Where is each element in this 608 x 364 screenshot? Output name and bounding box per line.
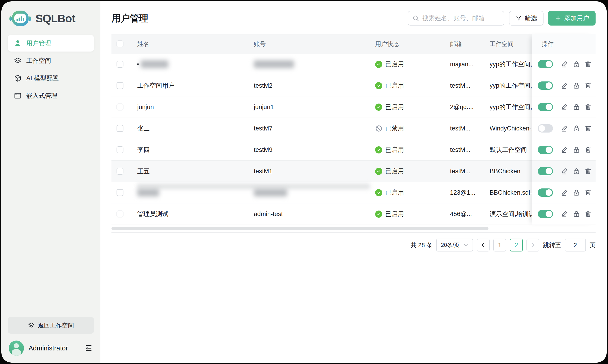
scrollbar-thumb[interactable] <box>111 227 488 230</box>
cell-name: junjun <box>137 104 154 111</box>
lock-button[interactable] <box>573 146 580 154</box>
table-row: 工作空间用户 testM2 已启用 testM... yyp的工作空间,默认工 <box>111 75 595 96</box>
row-actions <box>532 139 595 161</box>
sidebar-spacer <box>8 104 94 317</box>
row-checkbox[interactable] <box>117 104 123 110</box>
edit-button[interactable] <box>561 210 569 218</box>
prev-page-button[interactable] <box>477 239 490 251</box>
page-header: 用户管理 搜索姓名、账号、邮箱 筛选 <box>111 11 595 26</box>
column-header-name: 姓名 <box>137 40 149 48</box>
row-checkbox[interactable] <box>117 168 123 175</box>
cell-name-redacted <box>137 60 168 68</box>
collapse-sidebar-icon[interactable] <box>84 344 93 353</box>
cell-email: testM... <box>450 168 471 175</box>
search-icon <box>412 15 419 22</box>
enable-toggle[interactable] <box>538 81 553 90</box>
sidebar-item-ai-model-config[interactable]: AI 模型配置 <box>8 70 94 87</box>
cell-email: 123@1... <box>450 189 475 196</box>
users-table: 姓名 账号 用户状态 邮箱 工作空间 已启用 majian... yyp的工作空… <box>111 34 595 233</box>
delete-button[interactable] <box>584 189 592 196</box>
delete-button[interactable] <box>584 146 592 154</box>
chevron-right-icon <box>530 242 536 248</box>
edit-button[interactable] <box>561 124 569 132</box>
enable-toggle[interactable] <box>538 210 553 218</box>
status-enabled-icon <box>375 189 382 196</box>
layers-icon <box>14 57 22 65</box>
page-size-select[interactable]: 20条/页 <box>436 239 473 251</box>
row-actions <box>532 161 595 182</box>
brand-name: SQLBot <box>35 12 75 25</box>
table-row: 已启用 majian... yyp的工作空间,wei 的 <box>111 54 595 75</box>
edit-button[interactable] <box>561 103 569 111</box>
status-badge: 已启用 <box>375 81 404 90</box>
search-input[interactable]: 搜索姓名、账号、邮箱 <box>408 11 504 26</box>
app-window: SQLBot 用户管理 工作空间 <box>1 1 607 363</box>
cube-icon <box>14 74 22 82</box>
header-actions: 搜索姓名、账号、邮箱 筛选 添加用户 <box>408 11 595 26</box>
delete-button[interactable] <box>584 82 592 90</box>
status-enabled-icon <box>375 61 382 68</box>
page-button-1[interactable]: 1 <box>493 239 506 251</box>
row-actions <box>532 75 595 96</box>
sidebar-item-workspace[interactable]: 工作空间 <box>8 52 94 69</box>
edit-button[interactable] <box>561 146 569 154</box>
lock-button[interactable] <box>573 167 580 175</box>
edit-button[interactable] <box>561 82 569 90</box>
delete-button[interactable] <box>584 210 592 218</box>
user-icon <box>14 39 22 47</box>
lock-button[interactable] <box>573 124 580 132</box>
row-checkbox[interactable] <box>117 125 123 132</box>
cell-email: testM... <box>450 125 471 132</box>
enable-toggle[interactable] <box>538 188 553 197</box>
enable-toggle[interactable] <box>538 146 553 154</box>
goto-page-input[interactable]: 2 <box>565 239 586 251</box>
cell-email: majian... <box>450 61 473 68</box>
embed-icon <box>14 92 22 100</box>
filter-button[interactable]: 筛选 <box>509 11 543 26</box>
row-actions <box>532 118 595 139</box>
enable-toggle[interactable] <box>538 103 553 111</box>
add-button-label: 添加用户 <box>564 14 589 22</box>
enable-toggle[interactable] <box>538 60 553 68</box>
lock-button[interactable] <box>573 82 580 90</box>
goto-suffix: 页 <box>590 241 595 249</box>
edit-button[interactable] <box>561 167 569 175</box>
delete-button[interactable] <box>584 124 592 132</box>
next-page-button[interactable] <box>527 239 539 251</box>
sidebar-item-user-management[interactable]: 用户管理 <box>8 35 94 52</box>
enable-toggle[interactable] <box>538 167 553 175</box>
delete-button[interactable] <box>584 60 592 68</box>
row-checkbox[interactable] <box>117 82 123 89</box>
edit-button[interactable] <box>561 60 569 68</box>
page-button-2[interactable]: 2 <box>510 239 523 251</box>
sidebar-item-embedded-management[interactable]: 嵌入式管理 <box>8 87 94 104</box>
add-user-button[interactable]: 添加用户 <box>548 11 595 26</box>
back-to-workspace-button[interactable]: 返回工作空间 <box>8 317 94 334</box>
row-actions <box>532 96 595 118</box>
lock-button[interactable] <box>573 210 580 218</box>
status-enabled-icon <box>375 168 382 175</box>
enable-toggle[interactable] <box>538 124 553 132</box>
delete-button[interactable] <box>584 103 592 111</box>
cell-account: junjun1 <box>254 104 274 111</box>
select-all-checkbox[interactable] <box>117 40 123 47</box>
lock-button[interactable] <box>573 60 580 68</box>
row-actions <box>532 54 595 75</box>
row-checkbox[interactable] <box>117 210 123 217</box>
row-checkbox[interactable] <box>117 61 123 68</box>
lock-button[interactable] <box>573 189 580 196</box>
cell-name: 工作空间用户 <box>137 81 175 90</box>
cell-account: admin-test <box>254 210 283 218</box>
cell-email: 456@... <box>450 210 472 218</box>
cell-email: 2@qq.... <box>450 104 473 111</box>
row-checkbox[interactable] <box>117 146 123 153</box>
row-checkbox[interactable] <box>117 189 123 196</box>
delete-button[interactable] <box>584 167 592 175</box>
lock-button[interactable] <box>573 103 580 111</box>
column-header-account: 账号 <box>254 40 266 48</box>
table-row: junjun junjun1 已启用 2@qq.... yyp的工作空间,BBC… <box>111 96 595 118</box>
edit-button[interactable] <box>561 189 569 196</box>
table-row: 已启用 123@1... BBChicken,sql-test <box>111 182 595 203</box>
layers-icon <box>28 322 35 329</box>
plus-icon <box>554 15 561 22</box>
